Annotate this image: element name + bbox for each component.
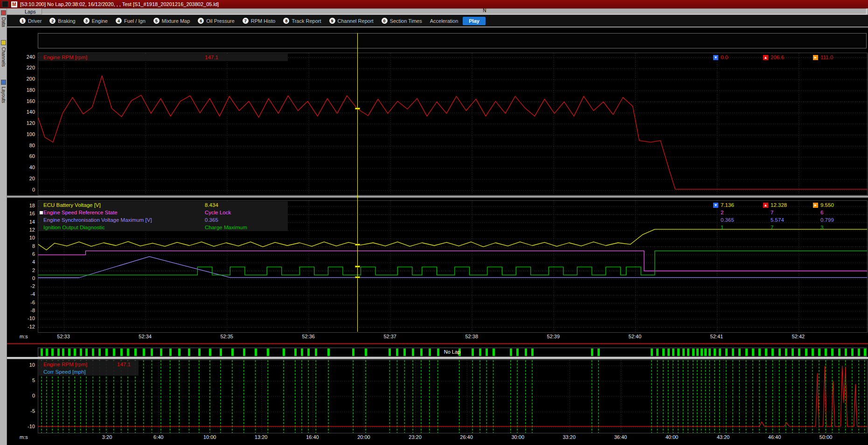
y-axis-tick-label: 200	[27, 76, 35, 82]
time-axis-unit: m:s	[20, 334, 28, 339]
tab-label: Section Times	[390, 18, 422, 24]
tab-rpm-histo[interactable]: 7RPM Histo	[239, 17, 279, 25]
channel-row-engine-sync-voltage-max[interactable]: Engine Synchronisation Voltage Maximum […	[39, 216, 288, 224]
y-axis-tick-label: 240	[27, 54, 35, 60]
x-axis-tick-label: 46:40	[768, 434, 781, 440]
channels-panel-icon	[1, 40, 6, 45]
cursor-value-marker	[355, 276, 360, 278]
y-axis-tick-label: 220	[27, 65, 35, 70]
window-title: [53:10.200] No Lap,20:38:02, 16/12/2020,…	[20, 1, 219, 7]
strip-separator	[7, 357, 868, 359]
stat-mean-value: 111.0	[820, 55, 833, 60]
y-axis-tick-label: 12	[29, 227, 35, 233]
tab-braking[interactable]: 2Braking	[46, 17, 78, 25]
selected-channel-marker	[40, 211, 43, 214]
x-axis-tick-label: 36:40	[614, 434, 627, 440]
x-axis-tick-label: 26:40	[460, 434, 473, 440]
x-axis-tick-label: 10:00	[203, 434, 216, 440]
dock-sidebar: DataChannelsLayouts	[0, 8, 7, 445]
stat-mean-value: 0.799	[820, 217, 834, 223]
tab-number-badge: 6	[198, 18, 204, 24]
tab-mixture-map[interactable]: 5Mixture Map	[150, 17, 194, 25]
x-axis-tick-label: 6:40	[153, 434, 163, 440]
x-axis-tick-label: 52:40	[629, 334, 642, 339]
x-axis-tick-label: 40:00	[666, 434, 679, 440]
tab-fuel-ign[interactable]: 4Fuel / Ign	[112, 17, 149, 25]
channel-cursor-value: 8.434	[205, 201, 218, 209]
laps-label: Laps	[25, 9, 36, 14]
tab-number-badge: 9	[329, 18, 335, 24]
tab-track-report[interactable]: 8Track Report	[280, 17, 324, 25]
sidebar-tab-channels[interactable]: Channels	[1, 40, 6, 67]
y-axis-tick-label: 18	[29, 203, 35, 208]
lap-markers-strip[interactable]: No Lap	[38, 348, 867, 357]
stat-max-value: 206.6	[771, 55, 784, 60]
mean-icon: ►	[813, 55, 818, 60]
min-icon: ▼	[713, 55, 718, 60]
x-axis-tick-label: 52:36	[302, 334, 315, 339]
timeline-cursor[interactable]	[357, 33, 358, 332]
tab-number-badge: 7	[243, 18, 249, 24]
stat-min-value: 7.136	[721, 202, 734, 208]
title-bar[interactable]: M [53:10.200] No Lap,20:38:02, 16/12/202…	[0, 0, 868, 8]
channel-name: Corr Speed [mph]	[43, 369, 86, 375]
stat-max-value: 7	[771, 225, 773, 230]
no-lap-label: No Lap	[38, 349, 866, 355]
tab-play[interactable]: Play	[463, 17, 486, 25]
y-axis-tick-label: 4	[32, 259, 35, 265]
stat-min-value: 0.365	[721, 217, 734, 223]
y-axis-tick-label: 140	[27, 109, 35, 115]
channel-name: Engine Speed Reference State	[43, 210, 118, 215]
y-axis-tick-label: 0	[32, 393, 35, 398]
y-axis-tick-label: 80	[29, 143, 35, 148]
time-overview-band[interactable]	[38, 33, 867, 48]
x-axis-tick-label: 52:38	[465, 334, 478, 339]
time-axis-unit: m:s	[20, 434, 28, 440]
stat-max-value: 5.574	[771, 217, 784, 223]
chart3-legend: Engine RPM [rpm] 147.1 Corr Speed [mph]	[39, 361, 139, 376]
y-axis-tick-label: -10	[28, 315, 35, 321]
tab-label: RPM Histo	[251, 18, 276, 24]
tab-engine[interactable]: 3Engine	[80, 17, 111, 25]
channel-name: Engine Synchronisation Voltage Maximum […	[43, 217, 152, 223]
lap-marker-n: N	[483, 8, 486, 13]
tab-label: Braking	[58, 18, 75, 24]
laps-timeline[interactable]: N	[42, 8, 867, 14]
channel-row-ecu-battery-voltage[interactable]: ECU Battery Voltage [V] 8.434	[39, 201, 288, 209]
tab-label: Fuel / Ign	[124, 18, 146, 24]
tab-label: Driver	[28, 18, 42, 24]
max-icon: ▲	[763, 203, 768, 208]
sidebar-tab-layouts[interactable]: Layouts	[1, 80, 6, 103]
x-axis-tick-label: 52:39	[547, 334, 560, 339]
y-axis-tick-label: 20	[29, 176, 35, 181]
engine-rpm-plot[interactable]	[38, 53, 868, 195]
y-axis-tick-label: 5	[32, 377, 35, 383]
overview-time-axis: 3:206:4010:0013:2016:4020:0023:2026:4030…	[38, 434, 867, 441]
x-axis-tick-label: 50:00	[819, 434, 833, 440]
x-axis-tick-label: 52:41	[710, 334, 723, 339]
chart2-legend: ECU Battery Voltage [V] 8.434 Engine Spe…	[39, 201, 288, 231]
tab-acceleration[interactable]: Acceleration	[427, 17, 462, 25]
chart2-stats: ▼7.136 ▲12.328 ►9.550 2 7 6 0.365 5.574 …	[713, 201, 863, 231]
channel-row-ignition-output-diagnostic[interactable]: Ignition Output Diagnostic Charge Maximu…	[39, 224, 288, 231]
tab-driver[interactable]: 1Driver	[16, 17, 45, 25]
y-axis-tick-label: 180	[27, 87, 35, 93]
cursor-value-marker	[355, 108, 360, 110]
y-axis-tick-label: 40	[29, 164, 35, 170]
chart1-stats: ▼ 0.0 ▲ 206.6 ► 111.0	[713, 54, 863, 61]
sidebar-tab-label: Layouts	[1, 87, 6, 103]
channel-row-corr-speed[interactable]: Corr Speed [mph]	[39, 368, 139, 376]
y-axis-tick-label: -2	[30, 283, 35, 289]
channel-row-engine-rpm[interactable]: Engine RPM [rpm] 147.1	[39, 54, 288, 61]
tab-section-times[interactable]: 0Section Times	[378, 17, 425, 25]
tab-channel-report[interactable]: 9Channel Report	[326, 17, 377, 25]
tab-oil-pressure[interactable]: 6Oil Pressure	[194, 17, 238, 25]
section-separator	[7, 343, 868, 344]
session-overview-plot[interactable]	[38, 360, 868, 433]
window-icon	[2, 1, 8, 7]
channel-row-engine-rpm[interactable]: Engine RPM [rpm] 147.1	[39, 361, 139, 368]
channel-row-engine-speed-reference-state[interactable]: Engine Speed Reference State Cycle Lock	[39, 209, 288, 216]
sidebar-tab-data[interactable]: Data	[1, 10, 6, 27]
x-axis-tick-label: 52:33	[57, 334, 70, 339]
chart-splitter[interactable]	[7, 196, 868, 198]
